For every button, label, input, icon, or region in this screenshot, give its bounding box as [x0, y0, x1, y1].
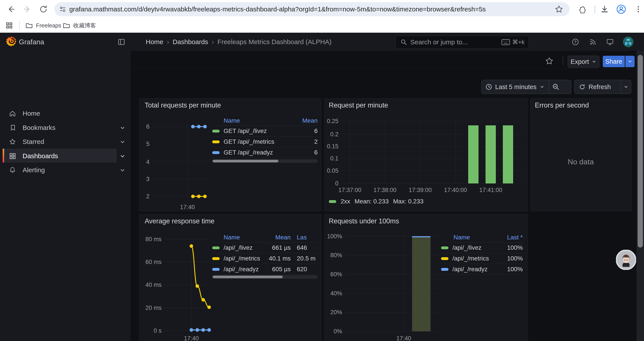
sidebar-item-dashboards[interactable]: Dashboards — [0, 150, 131, 162]
y-tick: 0.2 — [325, 131, 338, 138]
y-tick: 0% — [320, 328, 342, 335]
brand-label[interactable]: Grafana — [19, 38, 44, 46]
series-name[interactable]: /api/_/livez — [224, 244, 262, 251]
legend-scrollbar[interactable] — [212, 275, 318, 279]
legend-row[interactable]: GET /api/_/metrics 2 — [212, 137, 318, 147]
export-button[interactable]: Export — [568, 56, 599, 68]
legend-col-mean[interactable]: Mean — [262, 234, 291, 241]
legend-col-last[interactable]: Las — [291, 234, 318, 241]
sidebar-item-label: Starred — [22, 136, 44, 148]
series-color-chip — [212, 257, 220, 260]
url-text[interactable]: grafana.mathmast.com/d/deytv4rwavabkb/fr… — [69, 2, 486, 16]
chevron-down-icon[interactable] — [120, 153, 126, 159]
bookmark-folder-freeleaps[interactable]: Freeleaps — [26, 19, 62, 33]
reload-icon[interactable] — [39, 5, 48, 14]
user-avatar[interactable] — [622, 36, 634, 48]
favorite-star-icon[interactable] — [545, 57, 554, 65]
chevron-down-icon[interactable] — [540, 85, 544, 89]
chevron-down-icon[interactable] — [120, 139, 126, 145]
legend-inline[interactable]: 2xx Mean: 0.233 Max: 0.233 — [329, 198, 424, 205]
monitor-kiosk-icon[interactable] — [606, 38, 614, 46]
y-tick: 3 — [140, 176, 150, 183]
series-color-chip — [329, 200, 336, 203]
series-max: Max: 0.233 — [393, 198, 424, 205]
panel-title[interactable]: Average response time — [145, 217, 214, 225]
legend-row[interactable]: /api/_/readyz 605 µs 620 — [212, 264, 318, 275]
page-scrollbar-thumb[interactable] — [638, 55, 643, 247]
series-name[interactable]: GET /api/_/readyz — [224, 149, 298, 156]
breadcrumb-dashboards[interactable]: Dashboards — [173, 38, 208, 46]
series-name[interactable]: /api/_/readyz — [224, 266, 262, 273]
bar-chart-request-per-minute — [341, 119, 528, 187]
share-button[interactable]: Share — [603, 56, 625, 67]
breadcrumb-home[interactable]: Home — [146, 38, 163, 46]
series-last: 100% — [507, 266, 523, 273]
bookmark-star-icon[interactable] — [554, 5, 563, 14]
site-settings-icon[interactable] — [59, 5, 67, 13]
profile-avatar-icon[interactable] — [616, 5, 625, 13]
legend-row[interactable]: /api/_/livez 100% — [441, 242, 523, 253]
apps-grid-icon — [9, 152, 16, 160]
legend-col-name[interactable]: Name — [212, 234, 262, 241]
series-name[interactable]: GET /api/_/metrics — [224, 138, 298, 145]
help-icon[interactable]: ? — [572, 38, 579, 46]
sidebar-item-bookmarks[interactable]: Bookmarks — [0, 122, 131, 134]
series-name[interactable]: /api/_/metrics — [452, 255, 507, 262]
back-icon[interactable] — [6, 5, 15, 14]
series-mean: 6 — [298, 149, 318, 156]
panel-title[interactable]: Errors per second — [535, 101, 589, 109]
sidebar-item-starred[interactable]: Starred — [0, 136, 131, 148]
chevron-down-icon[interactable] — [624, 85, 628, 89]
legend-row[interactable]: /api/_/metrics 100% — [441, 253, 523, 264]
y-tick: 100% — [320, 233, 342, 240]
share-dropdown-button[interactable] — [625, 56, 634, 67]
dock-menu-icon[interactable] — [118, 38, 126, 46]
refresh-icon[interactable] — [579, 84, 586, 90]
news-rss-icon[interactable] — [589, 38, 597, 46]
zoom-out-icon[interactable] — [552, 83, 560, 91]
legend-col-last[interactable]: Last * — [507, 234, 523, 241]
grafana-logo-icon[interactable] — [6, 36, 18, 47]
sidebar-item-home[interactable]: Home — [0, 107, 131, 120]
series-name[interactable]: /api/_/livez — [452, 244, 507, 251]
refresh-label[interactable]: Refresh — [588, 83, 611, 91]
assistant-avatar[interactable] — [616, 250, 636, 270]
panel-title[interactable]: Requests under 100ms — [329, 217, 399, 225]
legend-row[interactable]: /api/_/metrics 40.1 ms 20.5 m — [212, 253, 318, 264]
legend-row[interactable]: /api/_/livez 661 µs 646 — [212, 242, 318, 253]
forward-icon — [23, 5, 32, 14]
bookmark-label: Freeleaps — [36, 19, 62, 33]
series-name[interactable]: /api/_/readyz — [452, 266, 507, 273]
legend-row[interactable]: GET /api/_/readyz 6 — [212, 147, 318, 158]
series-name[interactable]: GET /api/_/livez — [224, 128, 298, 135]
x-tick: 17:40 — [180, 335, 202, 341]
legend-row[interactable]: GET /api/_/livez 6 — [212, 126, 318, 137]
folder-icon — [63, 22, 70, 29]
address-bar[interactable]: grafana.mathmast.com/d/deytv4rwavabkb/fr… — [54, 2, 570, 16]
time-range-label[interactable]: Last 5 minutes — [495, 83, 536, 91]
y-tick: 0.1 — [325, 155, 338, 162]
legend-col-name[interactable]: Name — [212, 117, 298, 124]
legend-col-mean[interactable]: Mean — [298, 117, 318, 124]
panel-title[interactable]: Request per minute — [329, 101, 388, 109]
apps-grid-icon[interactable] — [5, 22, 13, 30]
line-chart-total-requests — [151, 120, 210, 206]
x-tick: 17:39:00 — [405, 187, 436, 194]
chevron-down-icon[interactable] — [120, 167, 126, 173]
legend-table: Name Mean GET /api/_/livez 6 GET /api/_/… — [212, 116, 318, 158]
sidebar-item-alerting[interactable]: Alerting — [0, 164, 131, 176]
download-icon[interactable] — [600, 5, 609, 14]
legend-scrollbar[interactable] — [212, 159, 318, 163]
series-name[interactable]: 2xx — [341, 198, 350, 205]
breadcrumb: Home › Dashboards › Freeleaps Metrics Da… — [146, 33, 332, 51]
extensions-icon[interactable] — [578, 5, 586, 14]
series-name[interactable]: /api/_/metrics — [224, 255, 262, 262]
panel-errors-per-second[interactable] — [530, 98, 632, 211]
legend-row[interactable]: /api/_/readyz 100% — [441, 264, 523, 275]
panel-title[interactable]: Total requests per minute — [145, 101, 221, 109]
bookmark-folder-blogs[interactable]: 收藏博客 — [63, 19, 96, 33]
chevron-down-icon[interactable] — [120, 125, 126, 131]
menu-kebab-icon[interactable] — [634, 5, 643, 14]
legend-col-name[interactable]: Name — [441, 234, 507, 241]
search-input[interactable]: Search or jump to... ⌘+k — [396, 36, 529, 49]
